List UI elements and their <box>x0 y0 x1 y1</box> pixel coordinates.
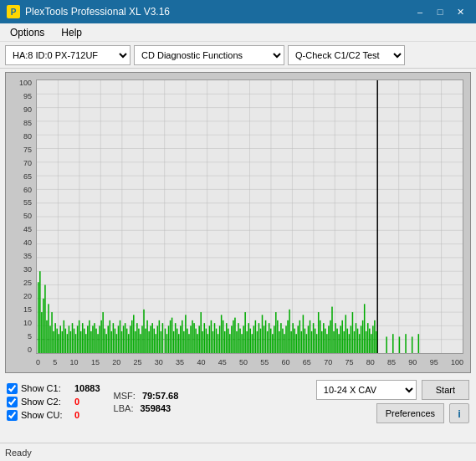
svg-rect-122 <box>180 325 182 353</box>
menu-bar: Options Help <box>0 23 476 42</box>
menu-item-help[interactable]: Help <box>54 25 89 40</box>
svg-rect-88 <box>121 331 123 353</box>
c1-label: Show C1: <box>21 383 71 393</box>
minimize-button[interactable]: – <box>411 4 429 19</box>
svg-rect-45 <box>48 304 49 353</box>
svg-rect-151 <box>229 334 231 353</box>
controls-area: Show C1: 10883 Show C2: 0 Show CU: 0 MSF… <box>0 376 476 430</box>
svg-rect-113 <box>165 329 166 353</box>
speed-select[interactable]: 10-24 X CAV <box>316 380 417 400</box>
svg-rect-134 <box>200 312 202 353</box>
status-text: Ready <box>5 448 32 458</box>
svg-rect-145 <box>219 325 221 353</box>
svg-rect-192 <box>299 320 301 353</box>
svg-rect-227 <box>359 334 361 353</box>
c2-row: Show C2: 0 <box>7 397 100 407</box>
svg-rect-87 <box>120 320 121 353</box>
svg-rect-175 <box>270 329 272 353</box>
svg-rect-135 <box>202 331 203 353</box>
svg-rect-177 <box>274 325 275 353</box>
svg-rect-108 <box>156 334 157 353</box>
y-label-45: 45 <box>23 226 32 233</box>
svg-rect-51 <box>58 334 59 353</box>
cu-checkbox[interactable] <box>7 410 18 421</box>
svg-rect-82 <box>111 331 113 353</box>
x-label-0: 0 <box>36 358 40 366</box>
window-title: PlexTools Professional XL V3.16 <box>25 6 170 18</box>
c2-checkbox[interactable] <box>7 397 18 407</box>
y-label-55: 55 <box>23 199 32 207</box>
svg-rect-118 <box>173 331 175 353</box>
svg-rect-241 <box>405 334 407 353</box>
y-label-10: 10 <box>23 320 32 327</box>
y-label-25: 25 <box>23 279 32 287</box>
svg-rect-176 <box>272 334 274 353</box>
svg-rect-76 <box>100 320 102 353</box>
info-button[interactable]: i <box>449 403 469 423</box>
svg-rect-130 <box>193 323 195 353</box>
c2-label: Show C2: <box>21 397 71 407</box>
svg-rect-209 <box>328 325 330 353</box>
c1-checkbox[interactable] <box>7 383 18 394</box>
svg-rect-68 <box>87 325 89 353</box>
svg-rect-156 <box>238 323 239 353</box>
svg-rect-186 <box>289 310 290 353</box>
chart-container: 100 95 90 85 80 75 70 65 60 55 50 45 40 … <box>5 72 471 373</box>
svg-rect-95 <box>133 315 135 353</box>
svg-rect-158 <box>241 334 243 353</box>
svg-rect-149 <box>226 323 228 353</box>
svg-rect-155 <box>236 331 238 353</box>
right-controls: 10-24 X CAV Start Preferences i <box>316 380 469 423</box>
svg-rect-154 <box>234 318 236 353</box>
svg-rect-117 <box>171 318 173 353</box>
x-label-10: 10 <box>70 358 79 366</box>
svg-rect-70 <box>90 331 92 353</box>
x-label-70: 70 <box>324 358 332 366</box>
start-button[interactable]: Start <box>422 380 469 400</box>
svg-rect-72 <box>94 323 95 353</box>
svg-rect-90 <box>125 323 126 353</box>
svg-rect-168 <box>258 323 260 353</box>
svg-rect-237 <box>376 331 377 353</box>
menu-item-options[interactable]: Options <box>3 25 51 40</box>
svg-rect-225 <box>356 323 357 353</box>
svg-rect-220 <box>347 329 349 353</box>
y-label-80: 80 <box>23 133 32 141</box>
x-label-90: 90 <box>408 358 417 366</box>
svg-rect-173 <box>267 331 269 353</box>
svg-rect-202 <box>316 334 318 353</box>
svg-rect-132 <box>197 334 198 353</box>
function-select[interactable]: CD Diagnostic Functions <box>134 45 284 65</box>
svg-rect-126 <box>187 329 188 353</box>
svg-rect-200 <box>313 323 315 353</box>
x-label-60: 60 <box>282 358 290 366</box>
svg-rect-238 <box>386 336 387 353</box>
svg-rect-67 <box>85 334 87 353</box>
svg-rect-240 <box>399 336 401 353</box>
svg-rect-211 <box>331 307 333 353</box>
svg-rect-80 <box>107 325 109 353</box>
x-label-35: 35 <box>176 358 184 366</box>
test-select[interactable]: Q-Check C1/C2 Test <box>288 45 405 65</box>
x-label-5: 5 <box>53 358 57 366</box>
svg-rect-105 <box>150 325 151 353</box>
cu-row: Show CU: 0 <box>7 410 100 421</box>
msf-label: MSF: <box>114 391 136 401</box>
y-label-30: 30 <box>23 266 32 274</box>
svg-rect-199 <box>311 331 313 353</box>
drive-select[interactable]: HA:8 ID:0 PX-712UF <box>5 45 131 65</box>
close-button[interactable]: ✕ <box>451 4 469 19</box>
svg-rect-84 <box>115 329 116 353</box>
svg-rect-152 <box>231 325 233 353</box>
svg-rect-65 <box>82 323 84 353</box>
maximize-button[interactable]: □ <box>431 4 449 19</box>
svg-rect-47 <box>51 312 53 353</box>
y-label-60: 60 <box>23 187 32 194</box>
preferences-button[interactable]: Preferences <box>376 403 444 423</box>
x-label-65: 65 <box>303 358 311 366</box>
svg-rect-226 <box>357 329 359 353</box>
svg-rect-96 <box>135 331 136 353</box>
svg-rect-193 <box>301 331 303 353</box>
svg-rect-218 <box>343 331 345 353</box>
svg-rect-228 <box>361 325 362 353</box>
